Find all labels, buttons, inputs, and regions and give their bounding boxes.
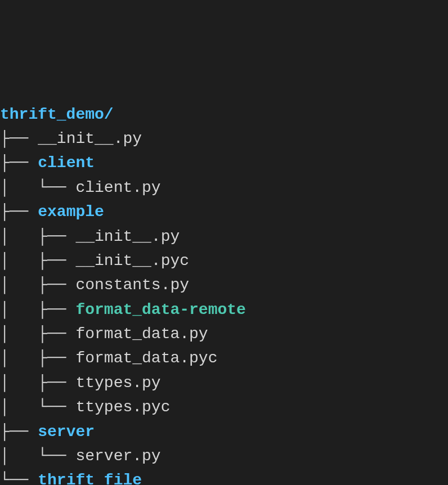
tree-branch: │ ├── <box>0 276 75 294</box>
tree-branch: │ ├── <box>0 252 75 270</box>
file-name: __init__.pyc <box>75 252 189 270</box>
tree-row: │ └── ttypes.pyc <box>0 395 448 419</box>
file-name: server.py <box>75 447 160 465</box>
tree-branch: │ ├── <box>0 301 75 318</box>
tree-row: │ ├── format_data-remote <box>0 298 448 322</box>
tree-row: │ ├── constants.py <box>0 273 448 297</box>
file-tree: thrift_demo/├── __init__.py├── client│ └… <box>0 102 448 485</box>
tree-branch: │ └── <box>0 398 75 416</box>
tree-branch: │ ├── <box>0 349 75 367</box>
tree-row: ├── client <box>0 151 448 175</box>
directory-name: thrift_file <box>38 471 142 485</box>
file-name: client.py <box>75 179 160 196</box>
tree-branch: ├── <box>0 423 38 441</box>
tree-row: ├── server <box>0 420 448 444</box>
directory-name: example <box>38 203 104 221</box>
tree-row: └── thrift_file <box>0 468 448 485</box>
file-name: __init__.py <box>75 228 180 245</box>
tree-branch: │ ├── <box>0 228 75 245</box>
file-name: format_data.pyc <box>75 349 217 367</box>
tree-branch: │ ├── <box>0 325 75 343</box>
tree-branch: ├── <box>0 154 38 172</box>
directory-name: client <box>38 154 95 172</box>
tree-row: ├── example <box>0 200 448 224</box>
tree-row: │ ├── ttypes.py <box>0 371 448 395</box>
tree-row: │ ├── __init__.py <box>0 224 448 249</box>
tree-branch: │ └── <box>0 447 75 465</box>
tree-root: thrift_demo/ <box>0 102 448 127</box>
tree-row: │ ├── format_data.pyc <box>0 346 448 370</box>
directory-name: server <box>38 423 95 441</box>
tree-row: │ ├── format_data.py <box>0 322 448 346</box>
tree-row: │ ├── __init__.pyc <box>0 249 448 273</box>
tree-row: │ └── server.py <box>0 444 448 468</box>
executable-name: format_data-remote <box>75 301 245 318</box>
file-name: constants.py <box>75 276 189 294</box>
file-name: format_data.py <box>75 325 208 343</box>
tree-branch: ├── <box>0 130 38 147</box>
tree-branch: ├── <box>0 203 38 221</box>
tree-branch: │ ├── <box>0 374 75 392</box>
file-name: __init__.py <box>38 130 142 147</box>
tree-branch: └── <box>0 471 38 485</box>
file-name: ttypes.py <box>75 374 160 392</box>
directory-name: thrift_demo/ <box>0 106 114 123</box>
file-name: ttypes.pyc <box>75 398 170 416</box>
tree-row: │ └── client.py <box>0 176 448 200</box>
tree-row: ├── __init__.py <box>0 127 448 151</box>
tree-branch: │ └── <box>0 179 75 196</box>
